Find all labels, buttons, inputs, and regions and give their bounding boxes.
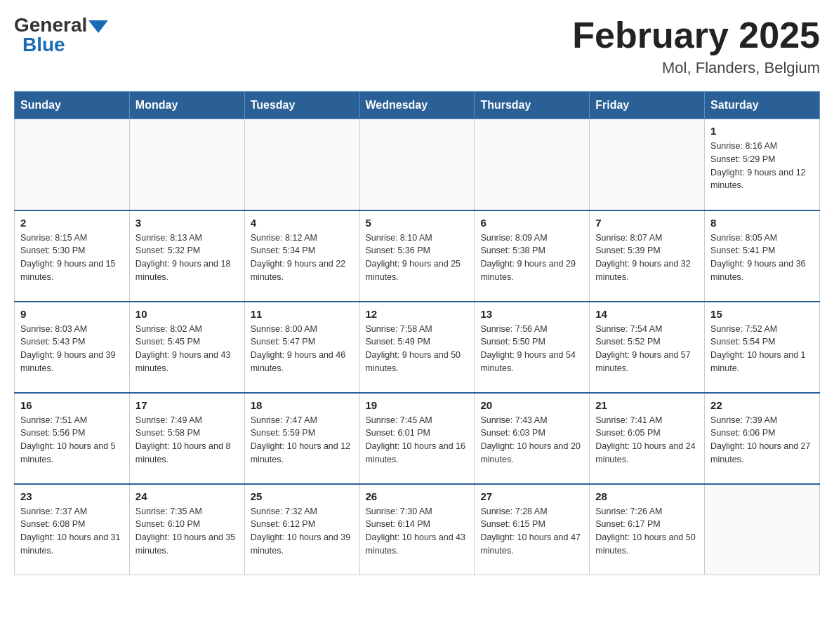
calendar-header-row: SundayMondayTuesdayWednesdayThursdayFrid… xyxy=(15,92,820,119)
calendar-cell: 22Sunrise: 7:39 AM Sunset: 6:06 PM Dayli… xyxy=(705,393,820,484)
day-info: Sunrise: 8:13 AM Sunset: 5:32 PM Dayligh… xyxy=(135,232,239,284)
day-info: Sunrise: 7:58 AM Sunset: 5:49 PM Dayligh… xyxy=(366,323,469,375)
day-info: Sunrise: 7:30 AM Sunset: 6:14 PM Dayligh… xyxy=(366,505,469,558)
day-info: Sunrise: 7:28 AM Sunset: 6:15 PM Dayligh… xyxy=(480,505,583,558)
day-number: 14 xyxy=(595,308,699,320)
day-number: 18 xyxy=(251,399,354,411)
day-info: Sunrise: 7:35 AM Sunset: 6:10 PM Dayligh… xyxy=(135,505,239,558)
day-info: Sunrise: 7:54 AM Sunset: 5:52 PM Dayligh… xyxy=(595,323,699,375)
calendar-cell: 14Sunrise: 7:54 AM Sunset: 5:52 PM Dayli… xyxy=(590,302,705,393)
day-info: Sunrise: 7:51 AM Sunset: 5:56 PM Dayligh… xyxy=(20,414,124,467)
calendar-cell: 2Sunrise: 8:15 AM Sunset: 5:30 PM Daylig… xyxy=(15,210,130,302)
day-number: 19 xyxy=(366,399,469,411)
page-header: General Blue February 2025 Mol, Flanders… xyxy=(14,14,820,77)
day-number: 16 xyxy=(20,399,124,411)
day-info: Sunrise: 8:16 AM Sunset: 5:29 PM Dayligh… xyxy=(710,140,814,192)
calendar-cell xyxy=(475,119,590,210)
day-info: Sunrise: 7:49 AM Sunset: 5:58 PM Dayligh… xyxy=(135,414,239,467)
calendar-cell: 9Sunrise: 8:03 AM Sunset: 5:43 PM Daylig… xyxy=(15,302,130,393)
day-info: Sunrise: 7:39 AM Sunset: 6:06 PM Dayligh… xyxy=(710,414,814,467)
calendar-header-monday: Monday xyxy=(129,92,244,119)
day-number: 27 xyxy=(480,490,583,502)
calendar-cell xyxy=(15,119,130,210)
day-number: 8 xyxy=(710,217,814,229)
day-number: 10 xyxy=(135,308,239,320)
day-info: Sunrise: 7:26 AM Sunset: 6:17 PM Dayligh… xyxy=(595,505,699,558)
calendar-cell: 26Sunrise: 7:30 AM Sunset: 6:14 PM Dayli… xyxy=(359,484,475,575)
day-info: Sunrise: 7:32 AM Sunset: 6:12 PM Dayligh… xyxy=(251,505,354,558)
calendar-header-wednesday: Wednesday xyxy=(359,92,475,119)
day-number: 28 xyxy=(595,490,699,502)
day-info: Sunrise: 7:56 AM Sunset: 5:50 PM Dayligh… xyxy=(480,323,583,375)
day-info: Sunrise: 8:10 AM Sunset: 5:36 PM Dayligh… xyxy=(366,232,469,284)
calendar-cell: 6Sunrise: 8:09 AM Sunset: 5:38 PM Daylig… xyxy=(475,210,590,302)
day-info: Sunrise: 7:52 AM Sunset: 5:54 PM Dayligh… xyxy=(710,323,814,375)
calendar-cell: 24Sunrise: 7:35 AM Sunset: 6:10 PM Dayli… xyxy=(129,484,244,575)
calendar-cell: 11Sunrise: 8:00 AM Sunset: 5:47 PM Dayli… xyxy=(244,302,359,393)
calendar-cell: 16Sunrise: 7:51 AM Sunset: 5:56 PM Dayli… xyxy=(15,393,130,484)
day-number: 4 xyxy=(251,217,354,229)
day-number: 9 xyxy=(20,308,124,320)
calendar-table: SundayMondayTuesdayWednesdayThursdayFrid… xyxy=(14,91,820,575)
day-number: 20 xyxy=(480,399,583,411)
calendar-header-sunday: Sunday xyxy=(15,92,130,119)
logo-blue: Blue xyxy=(22,34,65,56)
day-number: 17 xyxy=(135,399,239,411)
day-number: 15 xyxy=(710,308,814,320)
logo-triangle-icon xyxy=(88,20,108,33)
day-number: 13 xyxy=(480,308,583,320)
calendar-week-row: 1Sunrise: 8:16 AM Sunset: 5:29 PM Daylig… xyxy=(15,119,820,210)
day-number: 3 xyxy=(135,217,239,229)
calendar-cell: 19Sunrise: 7:45 AM Sunset: 6:01 PM Dayli… xyxy=(359,393,475,484)
day-number: 24 xyxy=(135,490,239,502)
calendar-header-tuesday: Tuesday xyxy=(244,92,359,119)
calendar-cell: 3Sunrise: 8:13 AM Sunset: 5:32 PM Daylig… xyxy=(129,210,244,302)
calendar-cell: 28Sunrise: 7:26 AM Sunset: 6:17 PM Dayli… xyxy=(590,484,705,575)
location: Mol, Flanders, Belgium xyxy=(572,59,820,77)
calendar-cell: 25Sunrise: 7:32 AM Sunset: 6:12 PM Dayli… xyxy=(244,484,359,575)
calendar-cell: 10Sunrise: 8:02 AM Sunset: 5:45 PM Dayli… xyxy=(129,302,244,393)
day-info: Sunrise: 7:37 AM Sunset: 6:08 PM Dayligh… xyxy=(20,505,124,558)
day-info: Sunrise: 7:47 AM Sunset: 5:59 PM Dayligh… xyxy=(251,414,354,467)
calendar-header-thursday: Thursday xyxy=(475,92,590,119)
calendar-cell xyxy=(244,119,359,210)
calendar-cell: 20Sunrise: 7:43 AM Sunset: 6:03 PM Dayli… xyxy=(475,393,590,484)
calendar-week-row: 23Sunrise: 7:37 AM Sunset: 6:08 PM Dayli… xyxy=(15,484,820,575)
day-info: Sunrise: 8:02 AM Sunset: 5:45 PM Dayligh… xyxy=(135,323,239,375)
day-info: Sunrise: 8:05 AM Sunset: 5:41 PM Dayligh… xyxy=(710,232,814,284)
calendar-cell xyxy=(590,119,705,210)
day-number: 5 xyxy=(366,217,469,229)
day-info: Sunrise: 7:45 AM Sunset: 6:01 PM Dayligh… xyxy=(366,414,469,467)
day-number: 2 xyxy=(20,217,124,229)
day-number: 26 xyxy=(366,490,469,502)
day-info: Sunrise: 8:09 AM Sunset: 5:38 PM Dayligh… xyxy=(480,232,583,284)
day-number: 7 xyxy=(595,217,699,229)
day-info: Sunrise: 7:41 AM Sunset: 6:05 PM Dayligh… xyxy=(595,414,699,467)
calendar-cell xyxy=(705,484,820,575)
day-info: Sunrise: 8:07 AM Sunset: 5:39 PM Dayligh… xyxy=(595,232,699,284)
calendar-cell: 21Sunrise: 7:41 AM Sunset: 6:05 PM Dayli… xyxy=(590,393,705,484)
day-info: Sunrise: 8:12 AM Sunset: 5:34 PM Dayligh… xyxy=(251,232,354,284)
calendar-cell xyxy=(129,119,244,210)
calendar-cell: 13Sunrise: 7:56 AM Sunset: 5:50 PM Dayli… xyxy=(475,302,590,393)
calendar-cell: 8Sunrise: 8:05 AM Sunset: 5:41 PM Daylig… xyxy=(705,210,820,302)
day-info: Sunrise: 8:15 AM Sunset: 5:30 PM Dayligh… xyxy=(20,232,124,284)
day-number: 6 xyxy=(480,217,583,229)
day-info: Sunrise: 7:43 AM Sunset: 6:03 PM Dayligh… xyxy=(480,414,583,467)
day-number: 21 xyxy=(595,399,699,411)
calendar-cell: 1Sunrise: 8:16 AM Sunset: 5:29 PM Daylig… xyxy=(705,119,820,210)
calendar-cell: 27Sunrise: 7:28 AM Sunset: 6:15 PM Dayli… xyxy=(475,484,590,575)
day-number: 25 xyxy=(251,490,354,502)
calendar-week-row: 2Sunrise: 8:15 AM Sunset: 5:30 PM Daylig… xyxy=(15,210,820,302)
month-title: February 2025 xyxy=(572,14,820,56)
calendar-header-friday: Friday xyxy=(590,92,705,119)
calendar-cell: 17Sunrise: 7:49 AM Sunset: 5:58 PM Dayli… xyxy=(129,393,244,484)
calendar-cell: 18Sunrise: 7:47 AM Sunset: 5:59 PM Dayli… xyxy=(244,393,359,484)
title-section: February 2025 Mol, Flanders, Belgium xyxy=(572,14,820,77)
calendar-cell: 12Sunrise: 7:58 AM Sunset: 5:49 PM Dayli… xyxy=(359,302,475,393)
calendar-cell: 23Sunrise: 7:37 AM Sunset: 6:08 PM Dayli… xyxy=(15,484,130,575)
day-info: Sunrise: 8:00 AM Sunset: 5:47 PM Dayligh… xyxy=(251,323,354,375)
day-number: 22 xyxy=(710,399,814,411)
day-info: Sunrise: 8:03 AM Sunset: 5:43 PM Dayligh… xyxy=(20,323,124,375)
calendar-cell: 4Sunrise: 8:12 AM Sunset: 5:34 PM Daylig… xyxy=(244,210,359,302)
